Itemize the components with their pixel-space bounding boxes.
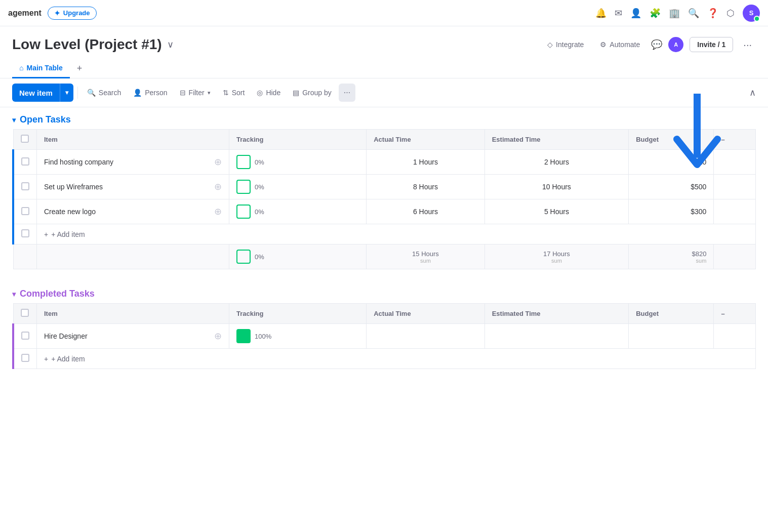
row-check-cell <box>13 324 37 349</box>
actual-time-cell <box>367 324 484 349</box>
completed-tasks-header[interactable]: ▾ Completed Tasks <box>12 281 756 303</box>
estimated-time-cell: 10 Hours <box>484 175 629 199</box>
open-tasks-header-row: Item Tracking Actual Time Estimated Time <box>13 130 756 150</box>
progress-pct: 0% <box>255 158 264 166</box>
completed-tasks-header-row: Item Tracking Actual Time Estimated Time <box>13 304 756 324</box>
search-button[interactable]: 🔍 Search <box>82 84 126 102</box>
row-check-cell <box>13 199 37 224</box>
sort-label: Sort <box>232 89 245 97</box>
filter-button[interactable]: ⊟ Filter ▾ <box>175 84 216 102</box>
filter-label: Filter <box>189 89 205 97</box>
select-all-open-checkbox[interactable] <box>21 135 29 143</box>
budget-sum-label: sum <box>636 258 706 264</box>
open-tasks-toggle-icon[interactable]: ▾ <box>12 116 16 124</box>
add-user-icon[interactable]: 👤 <box>630 8 641 19</box>
row-checkbox[interactable] <box>21 207 29 215</box>
hide-button[interactable]: ◎ Hide <box>252 84 286 102</box>
row-checkbox[interactable] <box>21 332 29 340</box>
completed-actual-header: Actual Time <box>367 304 484 324</box>
budget-cell: $300 <box>629 199 714 224</box>
completed-budget-header: Budget <box>629 304 714 324</box>
estimated-sum-label: sum <box>492 258 622 264</box>
org-icon[interactable]: 🏢 <box>669 8 680 19</box>
table-row: Set up Wireframes ⊕ 0% 8 Hours 10 Hours <box>13 175 756 199</box>
item-name: Hire Designer <box>44 332 209 340</box>
budget-cell: $500 <box>629 175 714 199</box>
completed-tasks-toggle-icon[interactable]: ▾ <box>12 290 16 298</box>
add-subitem-icon[interactable]: ⊕ <box>214 331 222 342</box>
progress-bar[interactable] <box>236 329 251 343</box>
progress-bar[interactable] <box>236 155 251 169</box>
row-check-cell <box>13 150 37 175</box>
new-item-button[interactable]: New item ▾ <box>12 84 73 102</box>
add-item-row[interactable]: + + Add item <box>13 224 756 244</box>
add-item-label: + Add item <box>51 230 85 238</box>
avatar[interactable]: S <box>743 5 760 22</box>
collapse-button[interactable]: ∧ <box>749 87 756 98</box>
item-cell: Hire Designer ⊕ <box>37 324 229 349</box>
integrate-button[interactable]: ◇ Integrate <box>542 37 589 52</box>
more-options-button[interactable]: ··· <box>739 37 756 53</box>
group-by-button[interactable]: ▤ Group by <box>288 84 337 102</box>
new-item-dropdown-icon[interactable]: ▾ <box>60 84 73 102</box>
open-tasks-header[interactable]: ▾ Open Tasks <box>12 107 756 129</box>
tab-main-table[interactable]: ⌂ Main Table <box>12 59 70 78</box>
tracking-cell: 100% <box>229 324 367 349</box>
budget-column-label: Budget <box>636 136 659 143</box>
filter-expand-icon: ▾ <box>208 90 211 96</box>
item-name: Set up Wireframes <box>44 183 209 191</box>
summary-progress-bar <box>236 250 251 264</box>
nav-right: 🔔 ✉ 👤 🧩 🏢 🔍 ❓ ⬡ S <box>595 5 760 22</box>
bell-icon[interactable]: 🔔 <box>595 8 607 19</box>
estimated-time-cell: 2 Hours <box>484 150 629 175</box>
tab-add-button[interactable]: + <box>72 59 88 78</box>
project-avatar[interactable]: A <box>668 37 683 52</box>
estimated-time-cell: 5 Hours <box>484 199 629 224</box>
select-all-completed-checkbox[interactable] <box>21 309 29 317</box>
section-gap <box>0 269 768 281</box>
progress-pct: 0% <box>255 183 264 191</box>
person-button[interactable]: 👤 Person <box>128 84 172 102</box>
add-item-cell[interactable]: + + Add item <box>37 349 756 369</box>
row-checkbox[interactable] <box>21 182 29 190</box>
add-item-checkbox[interactable] <box>21 354 29 362</box>
add-subitem-icon[interactable]: ⊕ <box>214 156 222 168</box>
comment-icon[interactable]: 💬 <box>651 39 662 50</box>
summary-tracking-pct: 0% <box>255 253 264 261</box>
open-tasks-tracking-header: Tracking <box>229 130 367 150</box>
row-check-cell <box>13 175 37 199</box>
apps-icon[interactable]: ⬡ <box>726 8 735 19</box>
row-checkbox[interactable] <box>21 157 29 166</box>
invite-button[interactable]: Invite / 1 <box>690 37 733 52</box>
completed-item-header: Item <box>37 304 229 324</box>
sort-icon: ⇅ <box>223 89 229 97</box>
avatar-badge <box>754 16 760 22</box>
new-item-label[interactable]: New item <box>12 84 60 102</box>
brand-text: agement <box>8 9 42 18</box>
add-icon: + <box>44 355 48 363</box>
add-subitem-icon[interactable]: ⊕ <box>214 206 222 217</box>
add-item-row[interactable]: + + Add item <box>13 349 756 369</box>
spark-icon: ✦ <box>54 9 60 17</box>
add-subitem-icon[interactable]: ⊕ <box>214 181 222 192</box>
progress-bar[interactable] <box>236 204 251 219</box>
toolbar-separator <box>77 87 78 99</box>
summary-budget-cell: $820 sum <box>629 244 714 269</box>
add-item-cell[interactable]: + + Add item <box>37 224 756 244</box>
open-tasks-check-header <box>13 130 37 150</box>
automate-button[interactable]: ⚙ Automate <box>595 37 645 52</box>
upgrade-button[interactable]: ✦ Upgrade <box>48 7 97 20</box>
add-item-checkbox[interactable] <box>21 229 29 237</box>
inbox-icon[interactable]: ✉ <box>615 8 622 19</box>
top-nav: agement ✦ Upgrade 🔔 ✉ 👤 🧩 🏢 🔍 ❓ ⬡ S <box>0 0 768 26</box>
item-name: Find hosting company <box>44 158 209 166</box>
search-icon: 🔍 <box>87 89 96 97</box>
project-chevron-icon[interactable]: ∨ <box>167 39 174 50</box>
open-tasks-actual-header: Actual Time <box>367 130 484 150</box>
help-icon[interactable]: ❓ <box>707 8 718 19</box>
search-icon[interactable]: 🔍 <box>688 8 699 19</box>
puzzle-icon[interactable]: 🧩 <box>650 8 661 19</box>
toolbar-more-button[interactable]: ··· <box>339 84 355 102</box>
progress-bar[interactable] <box>236 180 251 194</box>
sort-button[interactable]: ⇅ Sort <box>218 84 250 102</box>
